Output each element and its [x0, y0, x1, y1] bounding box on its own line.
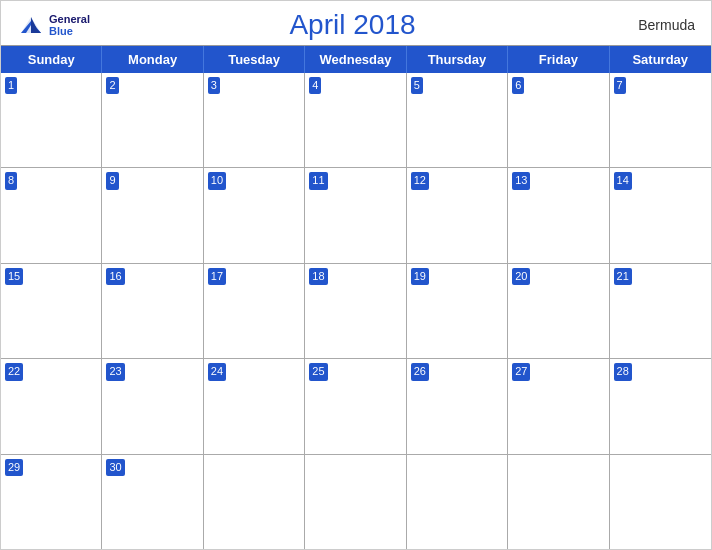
day-cell-9: 9	[102, 168, 203, 262]
day-cell-1: 1	[1, 73, 102, 167]
day-cell-24: 24	[204, 359, 305, 453]
day-cell-18: 18	[305, 264, 406, 358]
day-cell-empty-2	[305, 455, 406, 549]
day-cell-22: 22	[1, 359, 102, 453]
week-row-2: 8 9 10 11 12 13 14	[1, 168, 711, 263]
day-cell-6: 6	[508, 73, 609, 167]
day-cell-15: 15	[1, 264, 102, 358]
header-sunday: Sunday	[1, 46, 102, 73]
header-saturday: Saturday	[610, 46, 711, 73]
logo-blue: Blue	[49, 25, 90, 37]
day-cell-empty-5	[610, 455, 711, 549]
header-friday: Friday	[508, 46, 609, 73]
logo-area: General Blue	[17, 11, 90, 39]
day-cell-26: 26	[407, 359, 508, 453]
day-headers-row: Sunday Monday Tuesday Wednesday Thursday…	[1, 46, 711, 73]
day-cell-5: 5	[407, 73, 508, 167]
week-row-4: 22 23 24 25 26 27 28	[1, 359, 711, 454]
day-cell-30: 30	[102, 455, 203, 549]
day-cell-20: 20	[508, 264, 609, 358]
header-monday: Monday	[102, 46, 203, 73]
day-cell-16: 16	[102, 264, 203, 358]
header-thursday: Thursday	[407, 46, 508, 73]
week-row-1: 1 2 3 4 5 6 7	[1, 73, 711, 168]
logo-text: General Blue	[49, 13, 90, 37]
day-cell-8: 8	[1, 168, 102, 262]
calendar-grid: Sunday Monday Tuesday Wednesday Thursday…	[1, 45, 711, 549]
day-cell-29: 29	[1, 455, 102, 549]
day-cell-21: 21	[610, 264, 711, 358]
day-cell-11: 11	[305, 168, 406, 262]
day-cell-empty-4	[508, 455, 609, 549]
logo-general: General	[49, 13, 90, 25]
day-cell-23: 23	[102, 359, 203, 453]
general-blue-logo-icon	[17, 11, 45, 39]
day-cell-empty-1	[204, 455, 305, 549]
day-cell-4: 4	[305, 73, 406, 167]
day-cell-7: 7	[610, 73, 711, 167]
weeks-container: 1 2 3 4 5 6 7 8 9 10 11 12 13 14 15 16	[1, 73, 711, 549]
header-tuesday: Tuesday	[204, 46, 305, 73]
calendar-header: General Blue April 2018 Bermuda	[1, 1, 711, 45]
day-cell-empty-3	[407, 455, 508, 549]
calendar-title: April 2018	[90, 9, 615, 41]
day-cell-17: 17	[204, 264, 305, 358]
day-cell-28: 28	[610, 359, 711, 453]
day-cell-2: 2	[102, 73, 203, 167]
day-cell-14: 14	[610, 168, 711, 262]
day-cell-12: 12	[407, 168, 508, 262]
day-cell-10: 10	[204, 168, 305, 262]
day-cell-13: 13	[508, 168, 609, 262]
region-label: Bermuda	[615, 17, 695, 33]
header-wednesday: Wednesday	[305, 46, 406, 73]
week-row-5: 29 30	[1, 455, 711, 549]
week-row-3: 15 16 17 18 19 20 21	[1, 264, 711, 359]
day-cell-19: 19	[407, 264, 508, 358]
calendar-container: General Blue April 2018 Bermuda Sunday M…	[0, 0, 712, 550]
day-cell-3: 3	[204, 73, 305, 167]
day-cell-25: 25	[305, 359, 406, 453]
day-cell-27: 27	[508, 359, 609, 453]
